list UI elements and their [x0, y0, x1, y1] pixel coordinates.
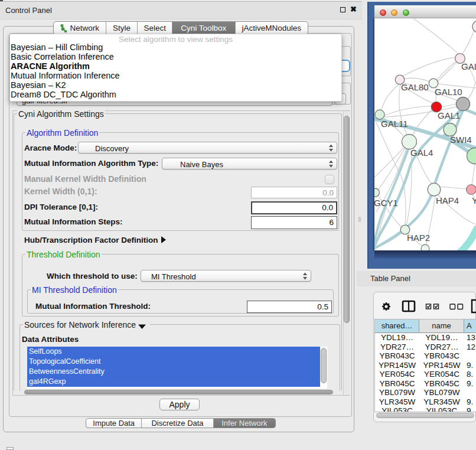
- svg-text:GAL11: GAL11: [381, 119, 408, 129]
- svg-text:GAL1: GAL1: [438, 110, 460, 120]
- svg-text:GAL80: GAL80: [401, 82, 429, 92]
- svg-text:GCY1: GCY1: [374, 198, 398, 208]
- svg-text:GAL10: GAL10: [435, 87, 462, 97]
- svg-text:HAP2: HAP2: [407, 233, 430, 243]
- svg-text:Y: Y: [472, 195, 476, 206]
- svg-text:HAP4: HAP4: [436, 195, 459, 206]
- svg-text:SWI4: SWI4: [450, 135, 472, 145]
- svg-text:GAL: GAL: [461, 61, 476, 71]
- svg-text:GAL4: GAL4: [410, 148, 433, 158]
